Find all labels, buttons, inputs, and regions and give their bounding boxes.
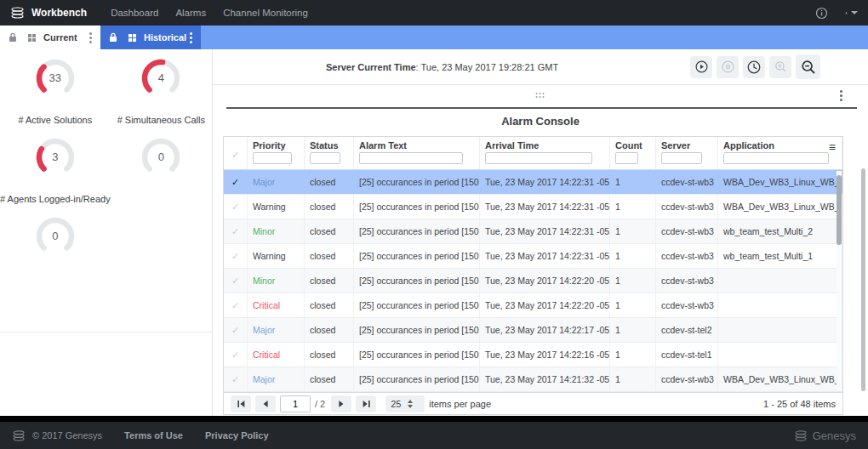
cell-status: closed <box>305 293 354 317</box>
table-row[interactable]: ✓Minorclosed[25] occurances in period [1… <box>224 269 842 293</box>
page-size-select[interactable]: 25 <box>385 395 425 412</box>
gauge-widget: 4# Simultaneous Calls <box>111 58 212 125</box>
gauge-widget: 0 <box>0 216 111 273</box>
widget-menu-icon[interactable] <box>840 90 842 101</box>
filter-input-application[interactable] <box>723 152 829 164</box>
column-header-server: Server <box>661 140 712 151</box>
server-time-bar: Server Current Time: Tue, 23 May 2017 19… <box>213 49 868 85</box>
drag-handle-icon[interactable] <box>536 93 545 99</box>
row-checkbox[interactable]: ✓ <box>224 170 248 194</box>
page-number-input[interactable] <box>280 395 311 412</box>
genesys-logo-icon <box>12 430 26 441</box>
row-checkbox[interactable]: ✓ <box>224 293 248 317</box>
cell-application <box>718 269 842 293</box>
play-icon <box>695 60 708 73</box>
gauge-label: # Simultaneous Calls <box>117 115 205 125</box>
column-menu-icon[interactable]: ≡ <box>829 140 836 154</box>
page-size-value: 25 <box>391 399 401 409</box>
row-checkbox[interactable]: ✓ <box>224 318 248 342</box>
cell-arrival: Tue, 23 May 2017 14:22:31 -0500 <box>480 244 610 268</box>
cell-priority: Warning <box>248 244 305 268</box>
row-checkbox[interactable]: ✓ <box>224 269 248 293</box>
filter-input-server[interactable] <box>661 152 702 164</box>
user-menu[interactable] <box>845 7 858 20</box>
cell-alarm-text: [25] occurances in period [15000... <box>354 269 480 293</box>
nav-item-dashboard[interactable]: Dashboard <box>111 8 158 18</box>
table-row[interactable]: ✓Criticalclosed[25] occurances in period… <box>224 343 842 367</box>
table-row[interactable]: ✓Warningclosed[25] occurances in period … <box>224 195 842 219</box>
cell-priority: Critical <box>248 293 305 317</box>
filter-input-arrival-time[interactable] <box>485 152 592 164</box>
row-checkbox[interactable]: ✓ <box>224 244 248 268</box>
page-scrollbar-thumb[interactable] <box>861 168 865 391</box>
items-per-page-label: items per page <box>429 399 491 409</box>
privacy-policy-link[interactable]: Privacy Policy <box>205 430 269 440</box>
lock-icon <box>9 32 17 43</box>
dashboard-grid-icon <box>28 34 36 42</box>
nav-item-alarms[interactable]: Alarms <box>175 8 206 18</box>
info-icon[interactable] <box>815 7 828 20</box>
cell-server: ccdev-st-wb3 <box>656 170 718 194</box>
gauge-value: 0 <box>140 151 181 163</box>
cell-alarm-text: [25] occurances in period [15000... <box>354 343 480 367</box>
table-scrollbar-thumb[interactable] <box>837 175 842 245</box>
previous-page-button[interactable] <box>255 395 276 412</box>
row-checkbox[interactable]: ✓ <box>224 367 248 391</box>
cell-count: 1 <box>610 195 656 219</box>
gauge-widget: 3# Agents Logged-in/Ready <box>0 137 111 204</box>
cell-alarm-text: [25] occurances in period [15000... <box>354 318 480 342</box>
cell-application <box>718 343 842 367</box>
zoom-out-button[interactable] <box>796 54 820 79</box>
table-row[interactable]: ✓Warningclosed[25] occurances in period … <box>224 244 842 269</box>
table-row[interactable]: ✓Majorclosed[25] occurances in period [1… <box>224 318 842 343</box>
cell-application: WBA_Dev_WB3_Linux_WB_CCDE. <box>718 170 842 194</box>
terms-of-use-link[interactable]: Terms of Use <box>124 430 183 440</box>
tab-historical[interactable]: Historical <box>100 26 201 49</box>
cell-arrival: Tue, 23 May 2017 14:22:20 -0500 <box>480 269 610 293</box>
stepper-icon <box>408 400 413 408</box>
column-header-priority: Priority <box>253 140 299 151</box>
nav-item-channel-monitoring[interactable]: Channel Monitoring <box>223 8 308 18</box>
gauge-grid: 33# Active Solutions4# Simultaneous Call… <box>0 49 212 273</box>
cell-priority: Major <box>248 318 305 342</box>
play-button[interactable] <box>690 56 712 78</box>
row-checkbox[interactable]: ✓ <box>224 195 248 219</box>
cell-count: 1 <box>610 244 656 268</box>
filter-input-alarm-text[interactable] <box>359 152 463 164</box>
cell-status: closed <box>305 367 354 391</box>
cell-server: ccdev-st-wb3 <box>656 293 718 317</box>
filter-input-count[interactable] <box>615 152 638 164</box>
genesys-brand: Genesys <box>794 429 856 442</box>
cell-alarm-text: [25] occurances in period [15000... <box>354 293 480 317</box>
pause-button[interactable] <box>717 56 739 78</box>
tab-current[interactable]: Current <box>0 26 100 49</box>
filter-input-priority[interactable] <box>253 152 292 164</box>
first-page-button[interactable] <box>231 395 251 412</box>
table-row[interactable]: ✓Minorclosed[25] occurances in period [1… <box>224 219 842 244</box>
table-row[interactable]: ✓Majorclosed[25] occurances in period [1… <box>224 170 842 195</box>
tab-historical-menu-icon[interactable] <box>190 32 192 43</box>
last-page-button[interactable] <box>356 395 376 412</box>
zoom-in-button[interactable] <box>769 56 791 78</box>
filter-input-status[interactable] <box>310 152 340 164</box>
page-count-label: / 2 <box>315 399 325 409</box>
table-row[interactable]: ✓Majorclosed[25] occurances in period [1… <box>224 367 842 392</box>
clock-button[interactable] <box>743 56 765 78</box>
row-checkbox[interactable]: ✓ <box>224 343 248 367</box>
tab-current-menu-icon[interactable] <box>89 32 92 43</box>
select-all-checkbox[interactable]: ✓ <box>224 137 248 169</box>
gauge-value: 0 <box>35 230 76 242</box>
cell-priority: Major <box>248 367 305 391</box>
cell-count: 1 <box>610 293 656 317</box>
cell-server: ccdev-st-tel2 <box>656 318 718 342</box>
cell-priority: Minor <box>248 269 305 293</box>
row-checkbox[interactable]: ✓ <box>224 219 248 243</box>
cell-alarm-text: [25] occurances in period [15000... <box>354 195 480 219</box>
gauge-value: 4 <box>140 71 181 84</box>
widget-top-border <box>226 107 857 109</box>
next-page-button[interactable] <box>331 395 351 412</box>
gauge-chart: 0 <box>140 137 181 178</box>
cell-arrival: Tue, 23 May 2017 14:22:31 -0500 <box>480 195 610 219</box>
table-row[interactable]: ✓Criticalclosed[25] occurances in period… <box>224 293 842 318</box>
server-time-label: Server Current Time <box>326 62 416 72</box>
